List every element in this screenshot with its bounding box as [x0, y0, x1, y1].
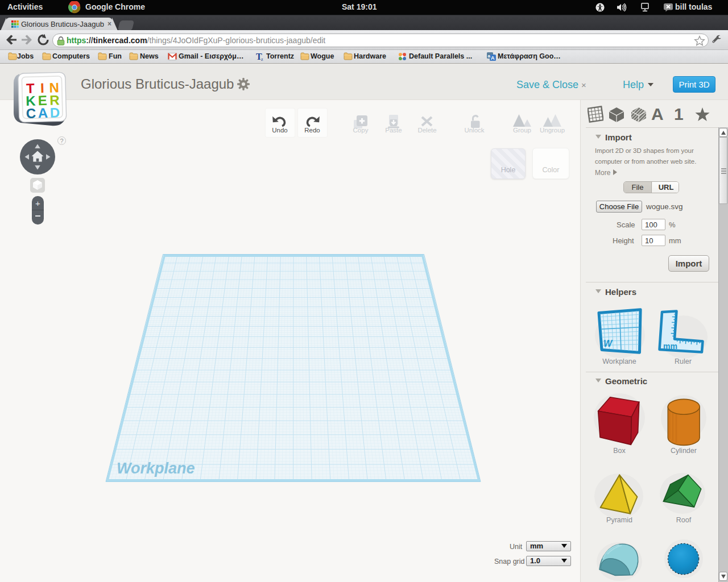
- svg-text:W: W: [603, 339, 613, 348]
- svg-text:D: D: [49, 105, 60, 120]
- svg-text:C: C: [26, 105, 36, 120]
- svg-text:z: z: [261, 57, 263, 61]
- svg-text:Workplane: Workplane: [117, 460, 195, 477]
- svg-text:A: A: [491, 55, 495, 61]
- svg-text:a: a: [488, 53, 491, 59]
- svg-text:A: A: [38, 105, 48, 120]
- svg-text:mm: mm: [663, 342, 677, 351]
